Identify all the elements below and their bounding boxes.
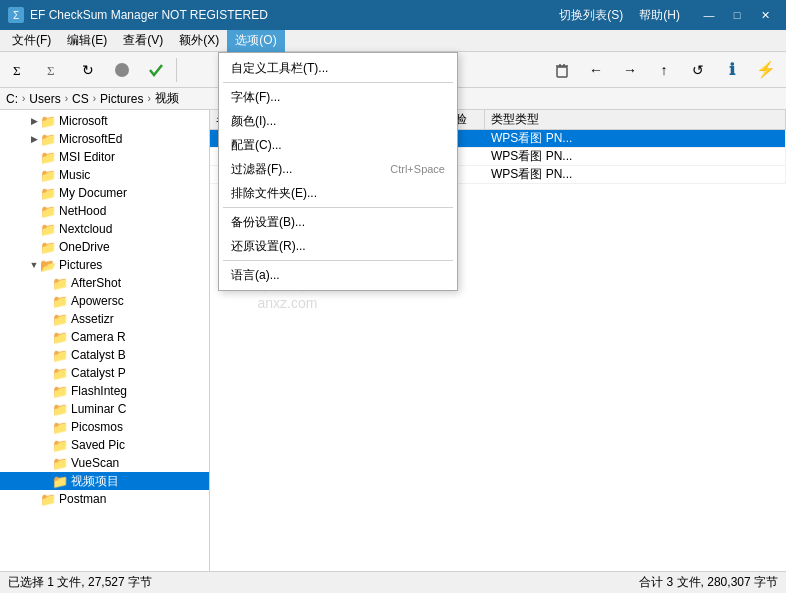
sum2-button[interactable]: Σ bbox=[38, 56, 70, 84]
menu-language[interactable]: 语言(a)... bbox=[219, 263, 457, 287]
tree-item-onedrive[interactable]: ▶ 📁 OneDrive bbox=[0, 238, 209, 256]
up-button[interactable]: ↑ bbox=[648, 56, 680, 84]
address-pictures[interactable]: Pictures bbox=[100, 92, 143, 106]
tree-item-nextcloud[interactable]: ▶ 📁 Nextcloud bbox=[0, 220, 209, 238]
tree-item-apowersc[interactable]: ▶ 📁 Apowersc bbox=[0, 292, 209, 310]
tree-item-picosmos[interactable]: ▶ 📁 Picosmos bbox=[0, 418, 209, 436]
tree-item-nethood[interactable]: ▶ 📁 NetHood bbox=[0, 202, 209, 220]
tree-item-saved-pic[interactable]: ▶ 📁 Saved Pic bbox=[0, 436, 209, 454]
menu-extra[interactable]: 额外(X) bbox=[171, 30, 227, 52]
app-icon: Σ bbox=[8, 7, 24, 23]
file-cell-type: WPS看图 PN... bbox=[485, 148, 786, 165]
menu-customize-toolbar[interactable]: 自定义工具栏(T)... bbox=[219, 56, 457, 80]
back-button[interactable]: ← bbox=[580, 56, 612, 84]
menu-exclude[interactable]: 排除文件夹(E)... bbox=[219, 181, 457, 205]
col-header-type[interactable]: 类型类型 bbox=[485, 110, 786, 129]
tree-item-postman[interactable]: ▶ 📁 Postman bbox=[0, 490, 209, 508]
tree-item-catalyst-p[interactable]: ▶ 📁 Catalyst P bbox=[0, 364, 209, 382]
address-cs[interactable]: CS bbox=[72, 92, 89, 106]
tree-item-flashinteg[interactable]: ▶ 📁 FlashInteg bbox=[0, 382, 209, 400]
menu-backup[interactable]: 备份设置(B)... bbox=[219, 210, 457, 234]
status-right: 合计 3 文件, 280,307 字节 bbox=[639, 574, 778, 591]
refresh2-button[interactable]: ↺ bbox=[682, 56, 714, 84]
dropdown-menu: 自定义工具栏(T)... 字体(F)... 颜色(I)... 配置(C)... … bbox=[218, 52, 458, 291]
tree-item-vuescan[interactable]: ▶ 📁 VueScan bbox=[0, 454, 209, 472]
window-title: EF CheckSum Manager NOT REGISTERED bbox=[30, 8, 268, 22]
expand-icon[interactable]: ▶ bbox=[28, 115, 40, 127]
tree-panel[interactable]: ▶ 📁 Microsoft ▶ 📁 MicrosoftEd ▶ 📁 MSI Ed… bbox=[0, 110, 210, 571]
tree-item-luminar[interactable]: ▶ 📁 Luminar C bbox=[0, 400, 209, 418]
tree-item-pictures[interactable]: ▼ 📂 Pictures bbox=[0, 256, 209, 274]
tree-item-music[interactable]: ▶ 📁 Music bbox=[0, 166, 209, 184]
window-controls: — □ ✕ bbox=[696, 5, 778, 25]
svg-text:Σ: Σ bbox=[13, 63, 21, 78]
menu-restore[interactable]: 还原设置(R)... bbox=[219, 234, 457, 258]
expand-icon[interactable]: ▶ bbox=[28, 133, 40, 145]
expand-icon[interactable]: ▼ bbox=[28, 259, 40, 271]
tree-item-microsoft[interactable]: ▶ 📁 Microsoft bbox=[0, 112, 209, 130]
tree-item-catalyst-b[interactable]: ▶ 📁 Catalyst B bbox=[0, 346, 209, 364]
menu-separator-1 bbox=[223, 82, 453, 83]
menu-file[interactable]: 文件(F) bbox=[4, 30, 59, 52]
file-cell-type: WPS看图 PN... bbox=[485, 166, 786, 183]
svg-point-2 bbox=[115, 63, 129, 77]
address-users[interactable]: Users bbox=[29, 92, 60, 106]
menu-edit[interactable]: 编辑(E) bbox=[59, 30, 115, 52]
status-left: 已选择 1 文件, 27,527 字节 bbox=[8, 574, 152, 591]
address-video[interactable]: 视频 bbox=[155, 90, 179, 107]
toolbar-separator-1 bbox=[176, 58, 177, 82]
refresh-button[interactable]: ↻ bbox=[72, 56, 104, 84]
lightning-button[interactable]: ⚡ bbox=[750, 56, 782, 84]
menu-view[interactable]: 查看(V) bbox=[115, 30, 171, 52]
info-button[interactable]: ℹ bbox=[716, 56, 748, 84]
close-button[interactable]: ✕ bbox=[752, 5, 778, 25]
trash-button[interactable] bbox=[546, 56, 578, 84]
minimize-button[interactable]: — bbox=[696, 5, 722, 25]
menu-config[interactable]: 配置(C)... bbox=[219, 133, 457, 157]
menu-options[interactable]: 选项(O) bbox=[227, 30, 284, 52]
menu-bar: 文件(F) 编辑(E) 查看(V) 额外(X) 选项(O) bbox=[0, 30, 786, 52]
sum1-button[interactable]: Σ bbox=[4, 56, 36, 84]
address-c[interactable]: C: bbox=[6, 92, 18, 106]
menu-font[interactable]: 字体(F)... bbox=[219, 85, 457, 109]
forward-button[interactable]: → bbox=[614, 56, 646, 84]
tree-item-aftershot[interactable]: ▶ 📁 AfterShot bbox=[0, 274, 209, 292]
tree-item-my-documer[interactable]: ▶ 📁 My Documer bbox=[0, 184, 209, 202]
file-cell-type: WPS看图 PN... bbox=[485, 130, 786, 147]
title-bar: Σ EF CheckSum Manager NOT REGISTERED 切换列… bbox=[0, 0, 786, 30]
svg-rect-3 bbox=[557, 67, 567, 77]
switch-view-button[interactable]: 切换列表(S) bbox=[559, 7, 623, 24]
maximize-button[interactable]: □ bbox=[724, 5, 750, 25]
tree-item-video-proj[interactable]: ▶ 📁 视频项目 bbox=[0, 472, 209, 490]
tree-item-msi-editor[interactable]: ▶ 📁 MSI Editor bbox=[0, 148, 209, 166]
tree-item-camera-r[interactable]: ▶ 📁 Camera R bbox=[0, 328, 209, 346]
status-bar: 已选择 1 文件, 27,527 字节 合计 3 文件, 280,307 字节 bbox=[0, 571, 786, 593]
tree-item-assetizr[interactable]: ▶ 📁 Assetizr bbox=[0, 310, 209, 328]
menu-color[interactable]: 颜色(I)... bbox=[219, 109, 457, 133]
svg-text:Σ: Σ bbox=[47, 63, 55, 78]
help-button[interactable]: 帮助(H) bbox=[639, 7, 680, 24]
circle-button[interactable] bbox=[106, 56, 138, 84]
menu-separator-2 bbox=[223, 207, 453, 208]
menu-filter[interactable]: 过滤器(F)... Ctrl+Space bbox=[219, 157, 457, 181]
tree-item-microsofted[interactable]: ▶ 📁 MicrosoftEd bbox=[0, 130, 209, 148]
menu-separator-3 bbox=[223, 260, 453, 261]
check-button[interactable] bbox=[140, 56, 172, 84]
